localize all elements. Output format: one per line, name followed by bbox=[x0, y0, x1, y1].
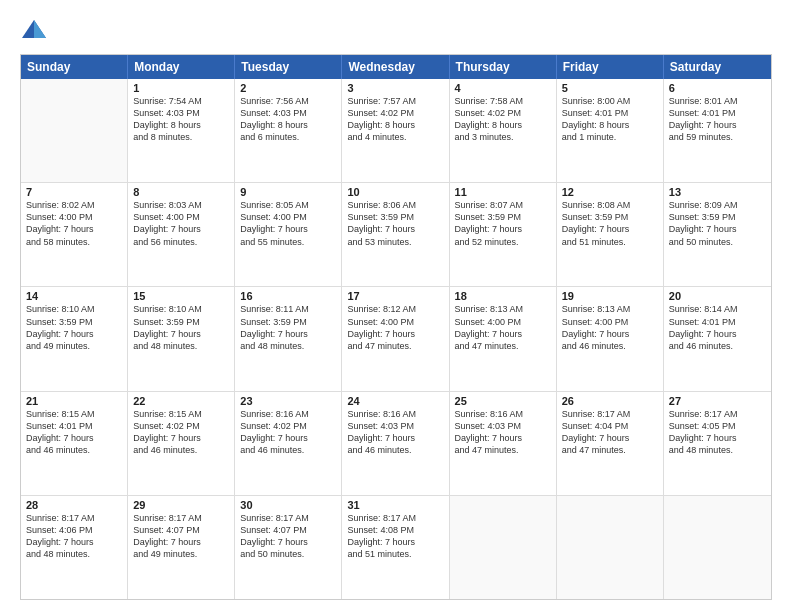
calendar-cell: 4Sunrise: 7:58 AMSunset: 4:02 PMDaylight… bbox=[450, 79, 557, 182]
day-number: 23 bbox=[240, 395, 336, 407]
calendar-cell: 28Sunrise: 8:17 AMSunset: 4:06 PMDayligh… bbox=[21, 496, 128, 599]
cell-line: Sunrise: 8:13 AM bbox=[455, 303, 551, 315]
cell-line: Sunset: 4:00 PM bbox=[455, 316, 551, 328]
cell-line: Sunrise: 8:16 AM bbox=[240, 408, 336, 420]
day-number: 21 bbox=[26, 395, 122, 407]
day-number: 27 bbox=[669, 395, 766, 407]
cell-line: Sunrise: 7:58 AM bbox=[455, 95, 551, 107]
cell-line: and 1 minute. bbox=[562, 131, 658, 143]
cell-line: Sunset: 4:08 PM bbox=[347, 524, 443, 536]
day-number: 1 bbox=[133, 82, 229, 94]
cell-line: Sunrise: 8:15 AM bbox=[133, 408, 229, 420]
calendar-cell bbox=[450, 496, 557, 599]
day-number: 13 bbox=[669, 186, 766, 198]
cell-line: Daylight: 7 hours bbox=[26, 223, 122, 235]
cell-line: Sunset: 4:01 PM bbox=[669, 316, 766, 328]
cell-line: Sunrise: 8:08 AM bbox=[562, 199, 658, 211]
cell-line: Sunrise: 8:17 AM bbox=[133, 512, 229, 524]
cell-line: and 56 minutes. bbox=[133, 236, 229, 248]
cell-line: and 50 minutes. bbox=[240, 548, 336, 560]
calendar-header-wednesday: Wednesday bbox=[342, 55, 449, 79]
calendar-cell: 2Sunrise: 7:56 AMSunset: 4:03 PMDaylight… bbox=[235, 79, 342, 182]
calendar-cell: 6Sunrise: 8:01 AMSunset: 4:01 PMDaylight… bbox=[664, 79, 771, 182]
day-number: 30 bbox=[240, 499, 336, 511]
calendar-cell: 25Sunrise: 8:16 AMSunset: 4:03 PMDayligh… bbox=[450, 392, 557, 495]
cell-line: Sunset: 3:59 PM bbox=[347, 211, 443, 223]
cell-line: Sunset: 4:00 PM bbox=[562, 316, 658, 328]
calendar-header-saturday: Saturday bbox=[664, 55, 771, 79]
cell-line: and 48 minutes. bbox=[26, 548, 122, 560]
calendar-cell bbox=[21, 79, 128, 182]
cell-line: Daylight: 7 hours bbox=[562, 328, 658, 340]
cell-line: and 59 minutes. bbox=[669, 131, 766, 143]
cell-line: Daylight: 7 hours bbox=[455, 328, 551, 340]
cell-line: Sunset: 4:02 PM bbox=[133, 420, 229, 432]
cell-line: and 48 minutes. bbox=[240, 340, 336, 352]
cell-line: Sunrise: 8:17 AM bbox=[347, 512, 443, 524]
logo-icon bbox=[20, 16, 48, 44]
cell-line: Sunset: 4:01 PM bbox=[669, 107, 766, 119]
cell-line: Sunset: 3:59 PM bbox=[133, 316, 229, 328]
cell-line: and 46 minutes. bbox=[562, 340, 658, 352]
cell-line: Daylight: 7 hours bbox=[26, 432, 122, 444]
header bbox=[20, 16, 772, 44]
cell-line: Daylight: 7 hours bbox=[133, 432, 229, 444]
day-number: 12 bbox=[562, 186, 658, 198]
cell-line: and 6 minutes. bbox=[240, 131, 336, 143]
day-number: 26 bbox=[562, 395, 658, 407]
cell-line: Sunset: 4:00 PM bbox=[26, 211, 122, 223]
cell-line: Sunrise: 8:11 AM bbox=[240, 303, 336, 315]
day-number: 31 bbox=[347, 499, 443, 511]
cell-line: Daylight: 8 hours bbox=[347, 119, 443, 131]
cell-line: Sunset: 3:59 PM bbox=[562, 211, 658, 223]
cell-line: Daylight: 8 hours bbox=[455, 119, 551, 131]
day-number: 22 bbox=[133, 395, 229, 407]
cell-line: and 48 minutes. bbox=[133, 340, 229, 352]
day-number: 29 bbox=[133, 499, 229, 511]
cell-line: Sunset: 4:01 PM bbox=[562, 107, 658, 119]
cell-line: Daylight: 7 hours bbox=[240, 223, 336, 235]
cell-line: and 48 minutes. bbox=[669, 444, 766, 456]
calendar-cell: 19Sunrise: 8:13 AMSunset: 4:00 PMDayligh… bbox=[557, 287, 664, 390]
cell-line: Daylight: 7 hours bbox=[455, 223, 551, 235]
cell-line: Sunrise: 8:09 AM bbox=[669, 199, 766, 211]
cell-line: Daylight: 7 hours bbox=[347, 223, 443, 235]
day-number: 18 bbox=[455, 290, 551, 302]
calendar-cell: 31Sunrise: 8:17 AMSunset: 4:08 PMDayligh… bbox=[342, 496, 449, 599]
cell-line: Daylight: 7 hours bbox=[240, 328, 336, 340]
cell-line: Sunrise: 8:15 AM bbox=[26, 408, 122, 420]
calendar-cell: 5Sunrise: 8:00 AMSunset: 4:01 PMDaylight… bbox=[557, 79, 664, 182]
cell-line: Sunrise: 8:10 AM bbox=[133, 303, 229, 315]
cell-line: Sunrise: 7:56 AM bbox=[240, 95, 336, 107]
calendar-cell: 14Sunrise: 8:10 AMSunset: 3:59 PMDayligh… bbox=[21, 287, 128, 390]
calendar-cell: 9Sunrise: 8:05 AMSunset: 4:00 PMDaylight… bbox=[235, 183, 342, 286]
cell-line: Sunset: 4:07 PM bbox=[133, 524, 229, 536]
cell-line: Sunset: 3:59 PM bbox=[669, 211, 766, 223]
day-number: 15 bbox=[133, 290, 229, 302]
cell-line: Sunset: 4:04 PM bbox=[562, 420, 658, 432]
cell-line: Sunrise: 8:06 AM bbox=[347, 199, 443, 211]
cell-line: and 58 minutes. bbox=[26, 236, 122, 248]
calendar-cell: 17Sunrise: 8:12 AMSunset: 4:00 PMDayligh… bbox=[342, 287, 449, 390]
calendar-cell: 23Sunrise: 8:16 AMSunset: 4:02 PMDayligh… bbox=[235, 392, 342, 495]
calendar-cell: 12Sunrise: 8:08 AMSunset: 3:59 PMDayligh… bbox=[557, 183, 664, 286]
cell-line: Daylight: 7 hours bbox=[240, 432, 336, 444]
cell-line: Daylight: 7 hours bbox=[669, 328, 766, 340]
cell-line: Sunset: 4:03 PM bbox=[133, 107, 229, 119]
cell-line: and 4 minutes. bbox=[347, 131, 443, 143]
cell-line: Sunrise: 7:57 AM bbox=[347, 95, 443, 107]
calendar-cell: 8Sunrise: 8:03 AMSunset: 4:00 PMDaylight… bbox=[128, 183, 235, 286]
cell-line: Daylight: 7 hours bbox=[669, 119, 766, 131]
calendar-cell: 3Sunrise: 7:57 AMSunset: 4:02 PMDaylight… bbox=[342, 79, 449, 182]
cell-line: Daylight: 7 hours bbox=[347, 328, 443, 340]
cell-line: Sunset: 4:05 PM bbox=[669, 420, 766, 432]
calendar-cell: 30Sunrise: 8:17 AMSunset: 4:07 PMDayligh… bbox=[235, 496, 342, 599]
cell-line: Sunset: 4:07 PM bbox=[240, 524, 336, 536]
cell-line: Daylight: 7 hours bbox=[26, 328, 122, 340]
calendar-cell: 16Sunrise: 8:11 AMSunset: 3:59 PMDayligh… bbox=[235, 287, 342, 390]
cell-line: and 51 minutes. bbox=[347, 548, 443, 560]
cell-line: Daylight: 7 hours bbox=[133, 536, 229, 548]
svg-marker-1 bbox=[34, 20, 46, 38]
cell-line: Sunrise: 8:02 AM bbox=[26, 199, 122, 211]
cell-line: Sunset: 4:06 PM bbox=[26, 524, 122, 536]
